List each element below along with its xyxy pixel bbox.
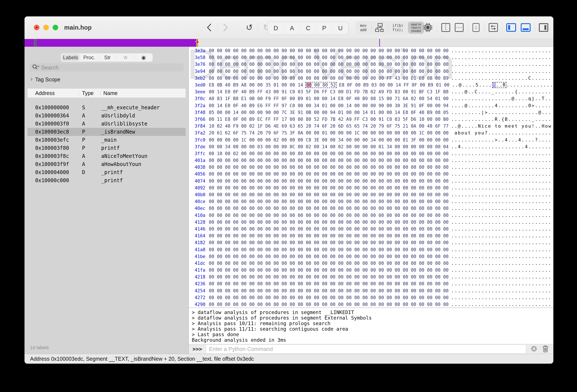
single-pane-icon[interactable]: 1 bbox=[471, 23, 480, 32]
hex-row-41fa[interactable]: 41fa00 00 00 00 00 00 00 00 00 00 00 00 … bbox=[189, 267, 553, 274]
sidebar-tab-2[interactable]: Str bbox=[98, 53, 116, 62]
swap-arrows-icon[interactable] bbox=[488, 23, 498, 32]
hex-row-4038[interactable]: 403800 00 00 00 00 00 00 00 00 00 00 00 … bbox=[189, 164, 553, 171]
hex-row-4236[interactable]: 423600 00 00 00 00 00 00 00 00 00 00 00 … bbox=[189, 280, 553, 287]
cpu-icon[interactable] bbox=[423, 22, 433, 33]
sidebar-tab-3[interactable]: ☆ bbox=[116, 53, 135, 62]
hex-row-4182[interactable]: 418200 00 00 00 00 00 00 00 00 00 00 00 … bbox=[189, 239, 553, 246]
hex-row-4254[interactable]: 425400 00 00 00 00 00 00 00 00 00 00 00 … bbox=[189, 287, 553, 294]
hex-row-3eb2[interactable]: 3eb200 00 00 00 00 00 00 00 00 00 00 00 … bbox=[189, 75, 553, 82]
binary-navigation-bar[interactable] bbox=[25, 39, 553, 47]
hex-row-41a0[interactable]: 41a000 00 00 00 00 00 00 00 00 00 00 00 … bbox=[189, 246, 553, 253]
graph-view-icon[interactable] bbox=[372, 23, 388, 33]
hex-row-4056[interactable]: 405600 00 00 00 00 00 00 00 00 00 00 00 … bbox=[189, 171, 553, 178]
sidebar-tab-0[interactable]: Labels bbox=[62, 54, 79, 61]
hex-row-40ec[interactable]: 40ec00 00 00 00 00 00 00 00 00 00 00 00 … bbox=[189, 205, 553, 212]
hex-row-3e3a[interactable]: 3e3a00 00 00 00 00 00 00 00 00 00 00 00 … bbox=[189, 47, 553, 54]
hex-row-3ffc[interactable]: 3ffc00 10 00 02 00 00 00 00 00 00 00 80 … bbox=[189, 150, 553, 157]
mode-button-A[interactable]: A bbox=[284, 22, 300, 34]
hex-row-41be[interactable]: 41be00 00 00 00 00 00 00 00 00 00 00 00 … bbox=[189, 253, 553, 260]
hex-row-3e76[interactable]: 3e7600 00 00 00 00 00 00 00 00 00 00 00 … bbox=[189, 61, 553, 68]
left-panel-toggle-icon[interactable] bbox=[506, 23, 516, 32]
hex-row-4128[interactable]: 412800 00 00 00 00 00 00 00 00 00 00 00 … bbox=[189, 219, 553, 226]
hex-mode-button[interactable]: 486F70 706572 204469 bbox=[408, 22, 424, 34]
search-input[interactable]: Search bbox=[30, 64, 184, 71]
cell-name: _printf bbox=[101, 178, 123, 183]
undo-icon[interactable]: ↺ bbox=[246, 23, 253, 32]
hex-row-40b0[interactable]: 40b000 00 00 00 00 00 00 00 00 00 00 00 … bbox=[189, 191, 553, 198]
hex-row-4164[interactable]: 416400 00 00 00 00 00 00 00 00 00 00 00 … bbox=[189, 232, 553, 239]
python-command-input[interactable]: Enter a Python Command bbox=[206, 345, 526, 354]
table-row[interactable]: 0x100003f8cAaNiceToMeetYoun bbox=[28, 152, 185, 160]
column-header-type[interactable]: Type bbox=[79, 90, 100, 96]
hex-bytes: 00 00 00 00 00 00 00 00 00 00 00 00 00 0… bbox=[209, 302, 449, 307]
cell-type: A bbox=[82, 153, 101, 159]
tag-scope-row[interactable]: › Tag Scope bbox=[31, 76, 60, 83]
table-row[interactable]: 0x100004000D_printf bbox=[28, 168, 185, 177]
hex-row-410a[interactable]: 410a00 00 00 00 00 00 00 00 00 00 00 00 … bbox=[189, 212, 553, 219]
hex-row-3fc0[interactable]: 3fc000 00 00 00 1C 00 00 00 02 00 00 00 … bbox=[189, 136, 553, 143]
mode-button-C[interactable]: C bbox=[300, 22, 316, 34]
table-row[interactable]: 0x100003f80Pprintf bbox=[28, 144, 185, 152]
assembly-mode-button[interactable]: movadd bbox=[355, 23, 371, 32]
hex-bytes: 00 00 00 00 00 00 00 00 00 00 00 00 00 0… bbox=[209, 165, 449, 170]
split-horizontal-icon[interactable] bbox=[454, 23, 464, 32]
table-row[interactable]: 0x100003efcP_main bbox=[28, 136, 185, 144]
hex-row-3e94[interactable]: 3e9400 00 00 00 00 00 00 00 00 00 00 00 … bbox=[189, 68, 553, 75]
hex-row-3f84[interactable]: 3f8410 02 40 F9 00 02 1F D6 4E 69 63 65 … bbox=[189, 123, 553, 130]
hex-row-4218[interactable]: 421800 00 00 00 00 00 00 00 00 00 00 00 … bbox=[189, 274, 553, 280]
hex-bytes: 00 00 00 00 00 00 00 00 00 00 00 00 00 0… bbox=[209, 281, 449, 286]
trash-icon[interactable] bbox=[542, 345, 549, 354]
hex-ascii: about you?................... bbox=[451, 130, 552, 136]
zoom-button[interactable] bbox=[53, 25, 58, 30]
hex-address: 40ce bbox=[189, 199, 205, 204]
hex-row-401a[interactable]: 401a00 00 00 00 00 00 00 00 00 00 00 00 … bbox=[189, 157, 553, 164]
minimize-button[interactable] bbox=[43, 25, 49, 30]
hex-row-3e58[interactable]: 3e5800 00 00 00 00 00 00 00 00 00 00 00 … bbox=[189, 54, 553, 61]
hex-row-4272[interactable]: 427200 00 00 00 00 00 00 00 00 00 00 00 … bbox=[189, 294, 553, 301]
selected-byte[interactable]: 08 bbox=[306, 82, 312, 88]
clear-console-icon[interactable] bbox=[531, 345, 537, 353]
disclosure-chevron-icon[interactable]: › bbox=[31, 76, 33, 82]
bottom-panel-toggle-icon[interactable] bbox=[520, 23, 531, 32]
forward-icon[interactable] bbox=[222, 23, 228, 32]
mode-button-P[interactable]: P bbox=[316, 22, 332, 34]
hex-editor-view[interactable]: Demo Version 3e3a00 00 00 00 00 00 00 00… bbox=[189, 47, 553, 308]
hex-row-3f48[interactable]: 3f4805 00 00 14 00 00 00 90 00 7C 3E 91 … bbox=[189, 109, 553, 116]
right-panel-toggle-icon[interactable] bbox=[539, 23, 549, 32]
sidebar-tab-4[interactable]: ◉ bbox=[135, 53, 152, 62]
hex-row-3eee[interactable]: 3eee00 14 E0 0F 40 B9 FF 43 00 91 C0 03 … bbox=[189, 88, 553, 95]
hex-row-4290[interactable]: 429000 00 00 00 00 00 00 00 00 00 00 00 … bbox=[189, 301, 553, 308]
table-row[interactable]: 0x100003ec8P_isBrandNew bbox=[28, 128, 185, 136]
hex-row-3fa2[interactable]: 3fa220 61 62 6F 75 74 20 79 6F 75 3F 0A … bbox=[189, 130, 553, 136]
hex-row-40ce[interactable]: 40ce00 00 00 00 00 00 00 00 00 00 00 00 … bbox=[189, 198, 553, 205]
close-button[interactable] bbox=[34, 25, 39, 30]
hex-row-3ed0[interactable]: 3ed0E8 0B 40 B9 A8 00 00 35 01 00 00 14 … bbox=[189, 82, 553, 88]
column-header-address[interactable]: Address bbox=[28, 90, 79, 96]
table-row[interactable]: 0x1000003f0AaUsrliblibsyste bbox=[28, 120, 185, 128]
back-icon[interactable] bbox=[206, 23, 212, 32]
table-row[interactable]: 0x10000c000_printf bbox=[28, 177, 185, 184]
hex-address: 3f66 bbox=[189, 117, 205, 122]
table-row[interactable]: 0x100000000S__mh_execute_header bbox=[28, 104, 185, 112]
cell-address: 0x10000c000 bbox=[28, 178, 82, 183]
hex-row-3f2a[interactable]: 3f2a00 14 E0 0F 40 B9 E6 FF FF 97 C0 00 … bbox=[189, 102, 553, 109]
pseudocode-mode-button[interactable]: if(b)f(x); bbox=[388, 23, 407, 32]
split-vertical-icon[interactable] bbox=[441, 23, 451, 32]
app-window: main.hop ↺ ↻ DACPU movadd bbox=[25, 16, 553, 364]
hex-row-4146[interactable]: 414600 00 00 00 00 00 00 00 00 00 00 00 … bbox=[189, 226, 553, 232]
hex-row-4092[interactable]: 409200 00 00 00 00 00 00 00 00 00 00 00 … bbox=[189, 184, 553, 191]
python-input-placeholder: Enter a Python Command bbox=[209, 346, 273, 352]
hex-row-3fde[interactable]: 3fde00 00 34 00 00 00 03 00 00 00 0C 00 … bbox=[189, 143, 553, 150]
hex-row-3f0c[interactable]: 3f0cA0 83 1F B8 E1 0B 00 F9 FF 0F 00 B9 … bbox=[189, 95, 553, 102]
selected-ascii-char[interactable]: . bbox=[493, 82, 496, 88]
mode-button-U[interactable]: U bbox=[332, 22, 348, 34]
sidebar-tab-1[interactable]: Proc. bbox=[80, 53, 98, 62]
table-row[interactable]: 0x100003f9fAaHowAboutYoun bbox=[28, 160, 185, 168]
hex-row-4074[interactable]: 407400 00 00 00 00 00 00 00 00 00 00 00 … bbox=[189, 178, 553, 184]
table-row[interactable]: 0x100000364AaUsrlibdyld bbox=[28, 112, 185, 120]
mode-button-D[interactable]: D bbox=[268, 22, 284, 34]
hex-row-3f66[interactable]: 3f6600 11 E8 0F 00 B9 EC FF FF 17 00 00 … bbox=[189, 116, 553, 123]
hex-row-41dc[interactable]: 41dc00 00 00 00 00 00 00 00 00 00 00 00 … bbox=[189, 260, 553, 267]
column-header-name[interactable]: Name bbox=[100, 90, 185, 96]
